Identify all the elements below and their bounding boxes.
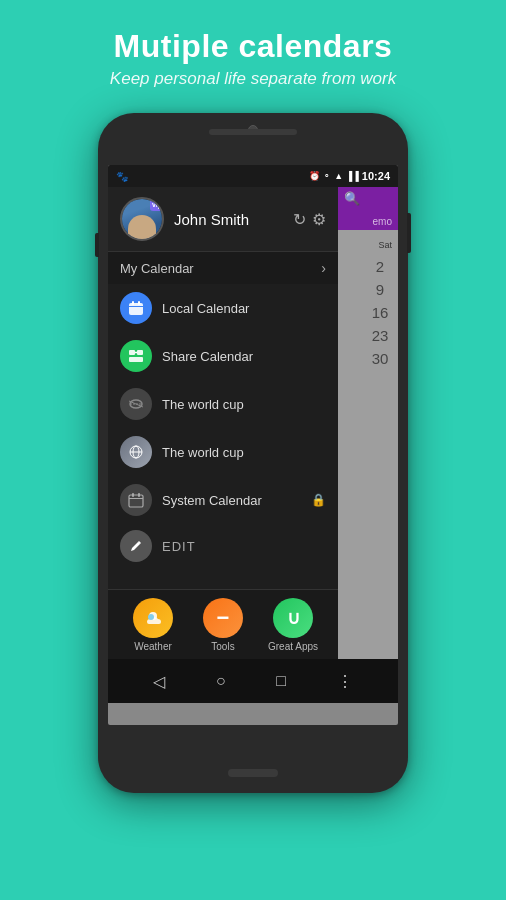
svg-rect-14 — [132, 493, 134, 497]
worldcup2-label: The world cup — [162, 445, 326, 460]
drawer-full: vip John Smith ↻ ⚙ My Calendar — [108, 187, 338, 659]
date-2: 2 — [368, 258, 392, 275]
recents-button[interactable]: □ — [276, 672, 286, 690]
table-row: 2 — [344, 258, 392, 275]
list-item[interactable]: Local Calendar — [108, 284, 338, 332]
worldcup1-icon — [120, 388, 152, 420]
screen-content: vip John Smith ↻ ⚙ My Calendar — [108, 187, 398, 659]
share-calendar-icon — [120, 340, 152, 372]
header-title: Mutiple calendars — [110, 28, 396, 65]
weather-icon — [133, 598, 173, 638]
weather-label: Weather — [134, 641, 172, 652]
calendar-list: Local Calendar — [108, 284, 338, 589]
date-30: 30 — [368, 350, 392, 367]
calendar-header: 🔍 — [338, 187, 398, 210]
svg-rect-3 — [129, 306, 143, 307]
settings-button[interactable]: ⚙ — [312, 210, 326, 229]
great-apps-icon: ∪ — [273, 598, 313, 638]
local-calendar-label: Local Calendar — [162, 301, 326, 316]
system-calendar-label: System Calendar — [162, 493, 301, 508]
svg-rect-13 — [129, 495, 143, 507]
nav-item-great-apps[interactable]: ∪ Great Apps — [258, 598, 328, 652]
nav-item-tools[interactable]: − Tools — [188, 598, 258, 652]
phone-shell: 🐾 ⏰ ⚬ ▲ ▐▐ 10:24 — [98, 113, 408, 793]
chevron-right-icon: › — [321, 260, 326, 276]
list-item[interactable]: System Calendar 🔒 — [108, 476, 338, 524]
speaker — [209, 129, 297, 135]
edit-icon — [120, 530, 152, 562]
svg-rect-6 — [129, 357, 143, 362]
table-row: 30 — [344, 350, 392, 367]
share-calendar-label: Share Calendar — [162, 349, 326, 364]
worldcup2-icon — [120, 436, 152, 468]
user-header: vip John Smith ↻ ⚙ — [108, 187, 338, 252]
signal-icon: ▐▐ — [346, 171, 359, 181]
vip-badge: vip — [150, 197, 164, 211]
demo-label-area: emo — [338, 210, 398, 230]
menu-button[interactable]: ⋮ — [337, 672, 353, 691]
app-drawer: vip John Smith ↻ ⚙ My Calendar — [108, 187, 338, 659]
tools-icon-symbol: − — [217, 607, 230, 629]
refresh-button[interactable]: ↻ — [293, 210, 306, 229]
list-item[interactable]: Share Calendar — [108, 332, 338, 380]
list-item[interactable]: The world cup — [108, 428, 338, 476]
username: John Smith — [174, 211, 283, 228]
list-item[interactable]: The world cup — [108, 380, 338, 428]
status-right: ⏰ ⚬ ▲ ▐▐ 10:24 — [309, 170, 390, 182]
table-row: 16 — [344, 304, 392, 321]
worldcup1-label: The world cup — [162, 397, 326, 412]
wifi-icon: ⚬ — [323, 171, 331, 181]
status-bar: 🐾 ⏰ ⚬ ▲ ▐▐ 10:24 — [108, 165, 398, 187]
avatar-figure — [128, 215, 156, 241]
tools-icon: − — [203, 598, 243, 638]
power-button — [407, 213, 411, 253]
date-23: 23 — [368, 327, 392, 344]
svg-rect-0 — [129, 303, 143, 315]
edit-label: EDIT — [162, 539, 196, 554]
wifi-strength-icon: ▲ — [334, 171, 343, 181]
lock-icon: 🔒 — [311, 493, 326, 507]
svg-rect-4 — [129, 350, 135, 355]
svg-rect-15 — [138, 493, 140, 497]
app-icon-small: 🐾 — [116, 171, 128, 182]
great-apps-icon-symbol: ∪ — [287, 607, 300, 629]
back-button[interactable]: ◁ — [153, 672, 165, 691]
system-calendar-icon — [120, 484, 152, 516]
demo-label: emo — [373, 216, 392, 227]
avatar[interactable]: vip — [120, 197, 164, 241]
search-icon[interactable]: 🔍 — [344, 191, 360, 206]
date-16: 16 — [368, 304, 392, 321]
edit-row[interactable]: EDIT — [108, 524, 338, 568]
my-calendar-label: My Calendar — [120, 261, 194, 276]
table-row: 23 — [344, 327, 392, 344]
tools-label: Tools — [211, 641, 234, 652]
calendar-side: 🔍 emo Sat 2 9 — [338, 187, 398, 659]
date-9: 9 — [368, 281, 392, 298]
home-button[interactable]: ○ — [216, 672, 226, 690]
svg-rect-2 — [138, 301, 140, 305]
user-actions: ↻ ⚙ — [293, 210, 326, 229]
home-bar — [228, 769, 278, 777]
clock: 10:24 — [362, 170, 390, 182]
svg-rect-1 — [132, 301, 134, 305]
bottom-nav: Weather − Tools — [108, 589, 338, 659]
my-calendar-section[interactable]: My Calendar › — [108, 252, 338, 284]
volume-button — [95, 233, 99, 257]
phone-screen: 🐾 ⏰ ⚬ ▲ ▐▐ 10:24 — [108, 165, 398, 725]
col-label: Sat — [378, 240, 392, 250]
nav-item-weather[interactable]: Weather — [118, 598, 188, 652]
svg-point-18 — [148, 614, 154, 620]
screen-main: vip John Smith ↻ ⚙ My Calendar — [108, 187, 398, 725]
svg-rect-5 — [137, 350, 143, 355]
status-left: 🐾 — [116, 171, 130, 182]
col-label-area: Sat — [338, 230, 398, 254]
header-subtitle: Keep personal life separate from work — [110, 69, 396, 89]
phone-mockup: 🐾 ⏰ ⚬ ▲ ▐▐ 10:24 — [98, 113, 408, 793]
calendar-dates: 2 9 16 23 30 — [338, 254, 398, 659]
app-header: Mutiple calendars Keep personal life sep… — [110, 28, 396, 89]
great-apps-label: Great Apps — [268, 641, 318, 652]
table-row: 9 — [344, 281, 392, 298]
android-nav-bar: ◁ ○ □ ⋮ — [108, 659, 398, 703]
local-calendar-icon — [120, 292, 152, 324]
alarm-icon: ⏰ — [309, 171, 320, 181]
